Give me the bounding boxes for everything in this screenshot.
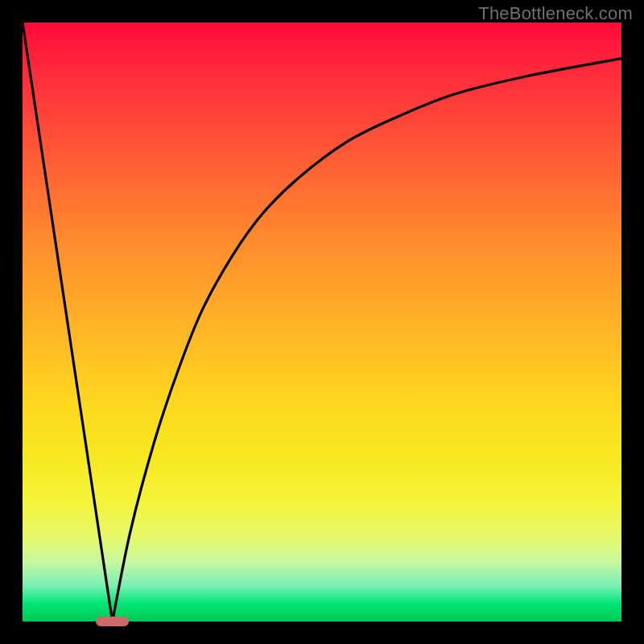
curve-layer bbox=[23, 23, 621, 621]
plot-area bbox=[23, 23, 621, 621]
left-line-path bbox=[23, 23, 113, 621]
minimum-marker bbox=[96, 617, 129, 626]
chart-frame: TheBottleneck.com bbox=[0, 0, 644, 644]
watermark-text: TheBottleneck.com bbox=[478, 3, 633, 24]
right-curve-path bbox=[113, 59, 621, 621]
